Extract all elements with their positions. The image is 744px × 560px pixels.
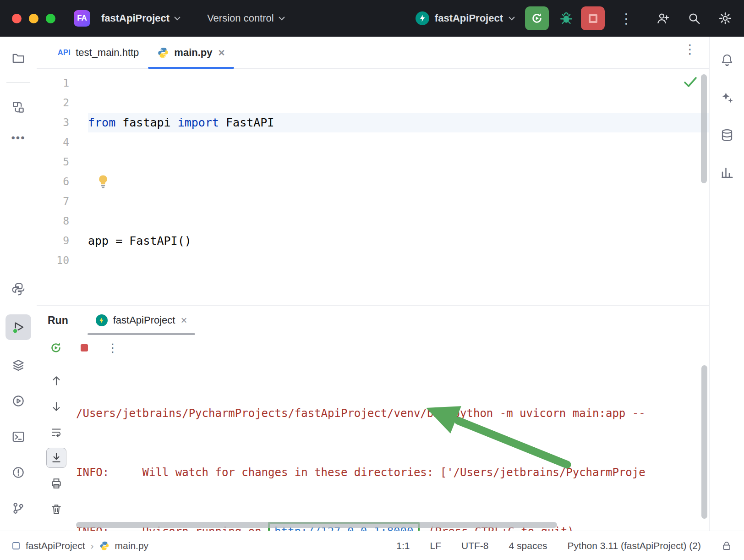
console-vertical-scrollbar[interactable] <box>701 365 707 519</box>
rerun-process-icon[interactable] <box>47 339 65 357</box>
tab-label: test_main.http <box>76 47 139 59</box>
window-controls <box>12 14 55 23</box>
up-stack-trace-icon[interactable] <box>46 371 66 391</box>
endpoints-chart-icon[interactable] <box>717 162 738 183</box>
close-run-tab-icon[interactable]: × <box>181 314 187 327</box>
version-control-menu[interactable]: Version control <box>202 9 290 28</box>
fastapi-logo-icon <box>416 11 429 25</box>
run-toolbar: ⋮ <box>37 335 709 361</box>
center-column: API test_main.http main.py × ⋮ <box>37 37 709 531</box>
code-area[interactable]: from fastapi import FastAPI app = FastAP… <box>85 69 709 305</box>
run-console-output[interactable]: /Users/jetbrains/PycharmProjects/fastApi… <box>76 361 709 531</box>
scroll-to-end-icon[interactable] <box>46 448 66 468</box>
git-branch-icon[interactable] <box>8 498 29 519</box>
python-file-icon <box>157 47 169 59</box>
breadcrumb-file[interactable]: main.py <box>115 540 149 551</box>
readonly-lock-icon[interactable] <box>721 540 732 551</box>
chevron-down-icon <box>509 16 515 21</box>
run-tab-fastapiproject[interactable]: fastApiProject × <box>88 306 196 335</box>
editor-tab-bar: API test_main.http main.py × ⋮ <box>37 37 709 69</box>
code-line-1: from fastapi import FastAPI <box>88 113 709 132</box>
line-number: 10 <box>37 251 69 270</box>
project-tool-icon[interactable] <box>8 48 29 69</box>
python-file-icon <box>99 541 109 551</box>
problems-tool-icon[interactable] <box>8 462 29 483</box>
tab-label: main.py <box>174 47 212 59</box>
add-user-icon[interactable] <box>656 11 670 25</box>
minimize-window-button[interactable] <box>29 14 38 23</box>
rerun-button[interactable] <box>525 6 549 30</box>
settings-gear-icon[interactable] <box>718 11 732 25</box>
structure-tool-icon[interactable] <box>8 97 29 118</box>
services-layers-icon[interactable] <box>8 355 29 376</box>
run-configuration-selector[interactable]: fastApiProject <box>416 11 515 25</box>
breadcrumb-project[interactable]: fastApiProject <box>26 540 85 551</box>
notifications-bell-icon[interactable] <box>717 49 738 71</box>
right-tool-rail <box>709 37 744 531</box>
database-tool-icon[interactable] <box>717 125 738 146</box>
down-stack-trace-icon[interactable] <box>46 396 66 417</box>
rail-divider <box>6 82 30 83</box>
console-horizontal-scrollbar[interactable] <box>76 522 557 528</box>
console-line: /Users/jetbrains/PycharmProjects/fastApi… <box>76 404 709 423</box>
console-wrap: /Users/jetbrains/PycharmProjects/fastApi… <box>37 361 709 531</box>
statusbar-widgets: 1:1 LF UTF-8 4 spaces Python 3.11 (fastA… <box>396 540 732 551</box>
breadcrumb-separator: › <box>91 540 94 551</box>
code-line-4 <box>88 290 709 305</box>
tab-test-main-http[interactable]: API test_main.http <box>49 37 148 68</box>
run-panel-header: Run fastApiProject × <box>37 306 709 335</box>
run-tab-underline <box>88 333 196 335</box>
search-icon[interactable] <box>687 11 701 25</box>
titlebar-more-icon[interactable]: ⋮ <box>613 11 640 27</box>
version-control-label: Version control <box>207 12 274 24</box>
run-anything-icon[interactable] <box>8 390 29 412</box>
line-number: 3 <box>37 113 69 132</box>
intention-bulb-icon[interactable] <box>96 174 110 189</box>
tab-options-icon[interactable]: ⋮ <box>684 42 709 63</box>
editor-gutter: 1 2 3 4 5 6 7 8 9 10 <box>37 69 85 305</box>
line-separator[interactable]: LF <box>430 540 442 551</box>
line-number: 1 <box>37 73 69 93</box>
fastapi-logo-icon <box>96 314 108 326</box>
zoom-window-button[interactable] <box>46 14 55 23</box>
line-number: 5 <box>37 152 69 172</box>
python-interpreter[interactable]: Python 3.11 (fastApiProject) (2) <box>568 540 701 551</box>
file-encoding[interactable]: UTF-8 <box>461 540 489 551</box>
project-icon: FA <box>74 10 90 27</box>
project-menu[interactable]: fastApiProject <box>97 9 185 28</box>
pycharm-window: FA fastApiProject Version control fastAp… <box>0 0 744 560</box>
project-square-icon <box>12 542 20 550</box>
debug-button[interactable] <box>554 6 578 30</box>
run-toolbar-more-icon[interactable]: ⋮ <box>104 339 122 357</box>
caret-position[interactable]: 1:1 <box>396 540 410 551</box>
soft-wrap-icon[interactable] <box>46 422 66 442</box>
indent-style[interactable]: 4 spaces <box>509 540 547 551</box>
clear-console-trash-icon[interactable] <box>46 499 66 519</box>
terminal-tool-icon[interactable] <box>8 426 29 447</box>
line-number: 2 <box>37 93 69 113</box>
ai-assistant-sparkles-icon[interactable] <box>717 87 738 108</box>
run-tool-window-icon[interactable] <box>5 314 31 340</box>
titlebar: FA fastApiProject Version control fastAp… <box>0 0 744 37</box>
run-tab-label: fastApiProject <box>113 314 175 326</box>
line-number: 8 <box>37 211 69 231</box>
more-tool-windows-icon[interactable]: ••• <box>11 132 25 144</box>
code-editor[interactable]: 1 2 3 4 5 6 7 8 9 10 from fastapi import… <box>37 69 709 305</box>
statusbar: fastApiProject › main.py 1:1 LF UTF-8 4 … <box>0 531 744 560</box>
stop-process-icon[interactable] <box>75 339 93 357</box>
project-name: fastApiProject <box>101 12 170 24</box>
left-tool-rail: ••• <box>0 37 37 531</box>
line-number: 4 <box>37 132 69 152</box>
editor-vertical-scrollbar[interactable] <box>701 74 707 183</box>
tab-main-py[interactable]: main.py × <box>148 37 234 68</box>
run-panel-title: Run <box>48 314 68 327</box>
close-tab-icon[interactable]: × <box>219 46 225 59</box>
close-window-button[interactable] <box>12 14 22 23</box>
code-line-2 <box>88 172 709 192</box>
stop-button[interactable] <box>581 6 605 30</box>
inspections-ok-check-icon[interactable] <box>684 76 697 88</box>
chevron-down-icon <box>174 16 181 21</box>
print-icon[interactable] <box>46 473 66 494</box>
python-packages-tool-icon[interactable] <box>8 279 29 300</box>
run-config-name: fastApiProject <box>435 12 503 24</box>
